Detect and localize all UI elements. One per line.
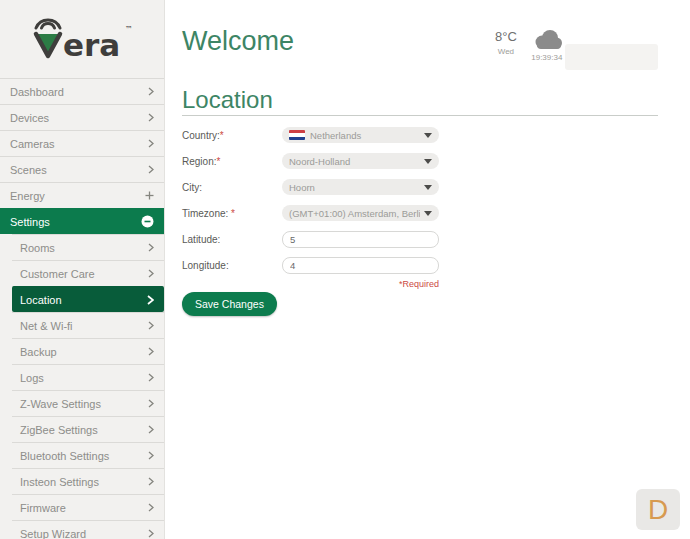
region-value: Noord-Holland (289, 156, 420, 167)
chevron-right-icon (148, 113, 154, 122)
chevron-right-icon (148, 165, 154, 174)
plus-icon (145, 191, 154, 200)
sidebar-item-location[interactable]: Location (12, 286, 164, 312)
region-select[interactable]: Noord-Holland (282, 153, 439, 169)
sidebar-item-label: ZigBee Settings (20, 424, 98, 436)
sidebar-item-dashboard[interactable]: Dashboard (0, 78, 164, 104)
sidebar-item-devices[interactable]: Devices (0, 104, 164, 130)
required-asterisk: * (216, 156, 220, 167)
overlay-d-badge[interactable]: D (636, 489, 680, 530)
weather-temp-col: 8°C Wed (495, 29, 517, 62)
header-account-panel[interactable] (565, 44, 658, 70)
main-content: Welcome 8°C Wed 19:39:34 Location (165, 0, 690, 539)
sidebar-item-label: Firmware (20, 502, 66, 514)
form-row-region: Region:* Noord-Holland (182, 153, 439, 169)
country-select[interactable]: Netherlands (282, 127, 439, 143)
label-text: Longitude: (182, 260, 229, 271)
sidebar-item-label: Backup (20, 346, 57, 358)
region-label: Region:* (182, 156, 282, 167)
minus-circle-icon (141, 215, 154, 228)
dropdown-arrow-icon (424, 211, 432, 216)
sidebar-item-insteon-settings[interactable]: Insteon Settings (12, 468, 164, 494)
sidebar-item-settings[interactable]: Settings (0, 208, 164, 234)
sidebar: era ™ Dashboard Devices Cameras (0, 0, 165, 539)
sidebar-item-zigbee-settings[interactable]: ZigBee Settings (12, 416, 164, 442)
sidebar-item-label: Location (20, 294, 62, 306)
sidebar-item-label: Net & Wi-fi (20, 320, 73, 332)
sidebar-item-backup[interactable]: Backup (12, 338, 164, 364)
sidebar-item-label: Cameras (10, 138, 55, 150)
weather-widget: 8°C Wed 19:39:34 (495, 29, 563, 62)
location-form: Country:* Netherlands Region:* Noord-Hol… (182, 127, 439, 283)
clock-time: 19:39:34 (531, 53, 562, 62)
required-asterisk: * (220, 130, 224, 141)
chevron-right-icon (148, 243, 154, 252)
form-row-latitude: Latitude: (182, 231, 439, 247)
sidebar-item-label: Dashboard (10, 86, 64, 98)
label-text: Country: (182, 130, 220, 141)
sidebar-item-cameras[interactable]: Cameras (0, 130, 164, 156)
dropdown-arrow-icon (424, 185, 432, 190)
sidebar-item-rooms[interactable]: Rooms (12, 234, 164, 260)
required-note: *Required (182, 279, 439, 289)
sidebar-item-label: Z-Wave Settings (20, 398, 101, 410)
sidebar-item-net-wifi[interactable]: Net & Wi-fi (12, 312, 164, 338)
city-value: Hoorn (289, 182, 420, 193)
dropdown-arrow-icon (424, 159, 432, 164)
weather-cloud-col: 19:39:34 (531, 29, 563, 62)
sidebar-item-setup-wizard[interactable]: Setup Wizard (12, 520, 164, 539)
sidebar-item-scenes[interactable]: Scenes (0, 156, 164, 182)
sidebar-item-label: Scenes (10, 164, 47, 176)
vera-logo-icon: era ™ (30, 15, 134, 63)
label-text: City: (182, 182, 202, 193)
chevron-right-icon (148, 451, 154, 460)
longitude-input[interactable] (282, 257, 439, 274)
chevron-right-icon (148, 503, 154, 512)
logo-trademark: ™ (125, 25, 133, 34)
latitude-label: Latitude: (182, 234, 282, 245)
form-row-city: City: Hoorn (182, 179, 439, 195)
sidebar-item-label: Insteon Settings (20, 476, 99, 488)
sidebar-item-label: Energy (10, 190, 45, 202)
form-row-country: Country:* Netherlands (182, 127, 439, 143)
label-text: Timezone: (182, 208, 231, 219)
cloud-icon (531, 29, 563, 50)
logo-text: era (63, 27, 120, 63)
timezone-value: (GMT+01:00) Amsterdam, Berlin, Bern (289, 208, 420, 219)
chevron-right-icon (148, 269, 154, 278)
required-asterisk: * (231, 208, 235, 219)
sidebar-item-bluetooth-settings[interactable]: Bluetooth Settings (12, 442, 164, 468)
form-row-longitude: Longitude: (182, 257, 439, 273)
sidebar-item-energy[interactable]: Energy (0, 182, 164, 208)
sidebar-item-label: Logs (20, 372, 44, 384)
sidebar-item-label: Devices (10, 112, 49, 124)
timezone-select[interactable]: (GMT+01:00) Amsterdam, Berlin, Bern (282, 205, 439, 221)
section-title: Location (182, 86, 273, 114)
country-value: Netherlands (310, 130, 420, 141)
app-window: era ™ Dashboard Devices Cameras (0, 0, 690, 539)
country-label: Country:* (182, 130, 282, 141)
chevron-right-icon (147, 295, 154, 305)
label-text: Region: (182, 156, 216, 167)
section-divider (182, 115, 658, 116)
save-changes-button[interactable]: Save Changes (182, 292, 277, 316)
chevron-right-icon (148, 321, 154, 330)
chevron-right-icon (148, 373, 154, 382)
latitude-input[interactable] (282, 231, 439, 248)
settings-submenu: Rooms Customer Care Location (12, 234, 164, 539)
longitude-label: Longitude: (182, 260, 282, 271)
sidebar-item-label: Bluetooth Settings (20, 450, 109, 462)
sidebar-item-customer-care[interactable]: Customer Care (12, 260, 164, 286)
sidebar-item-label: Settings (10, 216, 50, 228)
city-select[interactable]: Hoorn (282, 179, 439, 195)
form-row-timezone: Timezone: * (GMT+01:00) Amsterdam, Berli… (182, 205, 439, 221)
dropdown-arrow-icon (424, 133, 432, 138)
sidebar-item-label: Setup Wizard (20, 528, 86, 539)
chevron-right-icon (148, 477, 154, 486)
sidebar-item-logs[interactable]: Logs (12, 364, 164, 390)
label-text: Latitude: (182, 234, 220, 245)
temperature-value: 8°C (495, 29, 517, 44)
sidebar-item-zwave-settings[interactable]: Z-Wave Settings (12, 390, 164, 416)
sidebar-menu: Dashboard Devices Cameras Scenes (0, 78, 164, 539)
sidebar-item-firmware[interactable]: Firmware (12, 494, 164, 520)
